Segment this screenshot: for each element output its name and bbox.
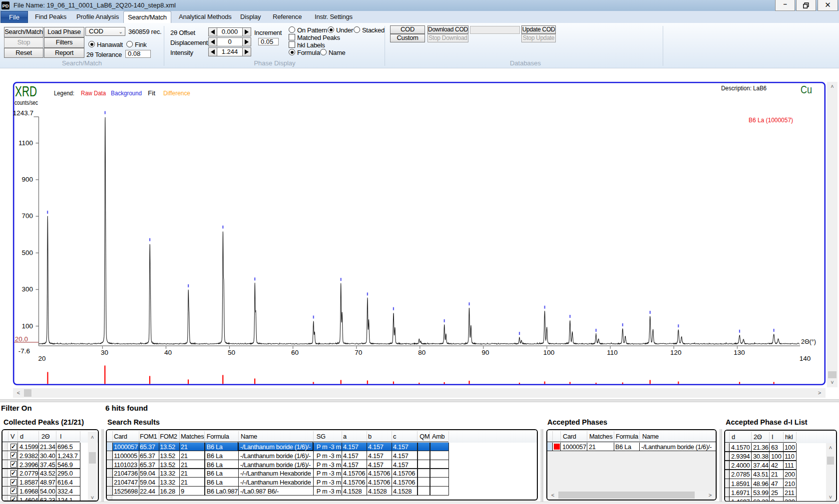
svg-text:Background: Background — [111, 89, 142, 97]
svg-text:30: 30 — [101, 349, 108, 356]
svg-text:80: 80 — [418, 349, 425, 356]
svg-text:700: 700 — [21, 212, 33, 220]
svg-text:50: 50 — [228, 349, 235, 356]
svg-text:B6 La (1000057): B6 La (1000057) — [749, 116, 793, 124]
svg-text:90: 90 — [481, 349, 489, 356]
svg-text:60: 60 — [291, 349, 299, 356]
svg-text:Legend:: Legend: — [54, 89, 74, 97]
svg-text:counts/sec: counts/sec — [14, 99, 38, 106]
svg-text:Difference: Difference — [163, 89, 190, 97]
svg-text:100: 100 — [21, 322, 33, 330]
svg-text:100: 100 — [543, 349, 555, 356]
svg-text:Cu: Cu — [801, 84, 812, 96]
svg-text:20: 20 — [38, 355, 45, 362]
svg-text:110: 110 — [607, 349, 618, 356]
svg-text:300: 300 — [21, 285, 33, 293]
svg-text:XRD: XRD — [15, 83, 37, 99]
svg-text:900: 900 — [21, 176, 33, 183]
svg-text:Raw Data: Raw Data — [81, 89, 106, 97]
svg-text:20.0: 20.0 — [15, 335, 28, 343]
svg-text:2Θ(°): 2Θ(°) — [801, 338, 816, 345]
svg-text:Fit: Fit — [148, 89, 155, 97]
svg-text:70: 70 — [355, 349, 362, 356]
svg-text:-7.6: -7.6 — [18, 347, 30, 355]
svg-text:120: 120 — [670, 349, 682, 356]
svg-text:140: 140 — [800, 355, 811, 362]
svg-text:1100: 1100 — [18, 139, 33, 147]
svg-text:Description: LaB6: Description: LaB6 — [721, 84, 767, 92]
svg-text:1243.7: 1243.7 — [13, 109, 33, 117]
svg-text:130: 130 — [734, 349, 745, 356]
svg-text:40: 40 — [164, 349, 172, 356]
svg-text:500: 500 — [21, 249, 33, 256]
